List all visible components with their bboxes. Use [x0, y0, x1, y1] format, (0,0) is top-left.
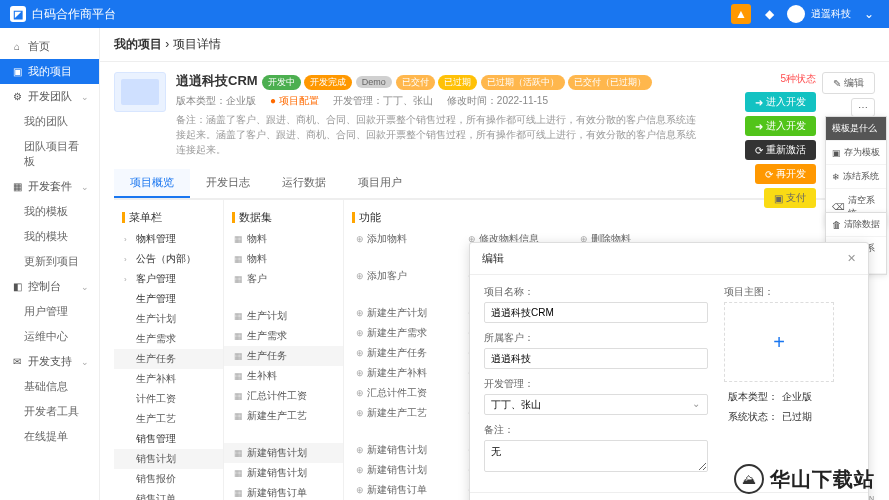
dataset-row[interactable]: ▦物料	[224, 229, 343, 249]
dataset-row[interactable]: ▦生补料	[224, 366, 343, 386]
sidebar-item[interactable]: ◧控制台⌄	[0, 274, 99, 299]
enter-use-button[interactable]: ➜进入开发	[745, 92, 816, 112]
dataset-row[interactable]: ▦生产任务	[224, 346, 343, 366]
sidebar-item[interactable]: 在线提单	[0, 424, 99, 449]
function-item[interactable]: ⊕新建销售计划	[356, 443, 436, 457]
tree-row[interactable]: 生产需求	[114, 329, 223, 349]
sidebar-item[interactable]: 团队项目看板	[0, 134, 99, 174]
dataset-row[interactable]: ▦新建销售计划	[224, 443, 343, 463]
function-item[interactable]: ⊕汇总计件工资	[356, 386, 436, 400]
tree-row[interactable]: 生产补料	[114, 369, 223, 389]
clear-data-item[interactable]: 🗑清除数据	[826, 213, 886, 237]
sidebar-item[interactable]: ⚙开发团队⌄	[0, 84, 99, 109]
col3-header: 功能	[359, 210, 381, 225]
edit-button[interactable]: ✎编辑	[822, 72, 875, 94]
status-badge: 开发中	[262, 75, 301, 90]
sidebar-item[interactable]: ✉开发支持⌄	[0, 349, 99, 374]
tree-row[interactable]: 计件工资	[114, 389, 223, 409]
pay-button[interactable]: ▣支付	[764, 188, 816, 208]
status-pill: 5种状态	[780, 72, 816, 86]
tree-row[interactable]: 销售订单	[114, 489, 223, 500]
tab[interactable]: 开发日志	[190, 169, 266, 198]
status-badge: Demo	[356, 76, 392, 88]
crumb-root[interactable]: 我的项目	[114, 37, 162, 51]
tree-row[interactable]: ›客户管理	[114, 269, 223, 289]
template-menu: 模板是什么 ▣存为模板 ❄冻结系统 ⌫清空系统	[825, 116, 887, 227]
tree-row[interactable]: ›公告（内部）	[114, 249, 223, 269]
dialog-title: 编辑	[482, 251, 504, 266]
edit-dialog: 编辑 ✕ 项目名称： 所属客户： 开发管理：丁丁、张山 备注：无 项目主图：+ …	[469, 242, 869, 500]
dropdown-icon[interactable]: ⌄	[859, 4, 879, 24]
sidebar-item[interactable]: 用户管理	[0, 299, 99, 324]
status-badge: 开发完成	[304, 75, 352, 90]
function-item[interactable]: ⊕新建生产任务	[356, 346, 436, 360]
sidebar-item[interactable]: 我的团队	[0, 109, 99, 134]
sidebar: ⌂首页▣我的项目⚙开发团队⌄我的团队团队项目看板▦开发套件⌄我的模板我的模块更新…	[0, 28, 100, 500]
remark-textarea[interactable]: 无	[484, 440, 708, 472]
enter-dev-button[interactable]: ➜进入开发	[745, 116, 816, 136]
function-item[interactable]: ⊕添加客户	[356, 269, 436, 283]
tab[interactable]: 运行数据	[266, 169, 342, 198]
function-item[interactable]: ⊕新建生产工艺	[356, 406, 436, 420]
col1-header: 菜单栏	[129, 210, 162, 225]
tree-row[interactable]: 销售报价	[114, 469, 223, 489]
sidebar-item[interactable]: ▦开发套件⌄	[0, 174, 99, 199]
tree-row[interactable]: 销售计划	[114, 449, 223, 469]
upgrade-icon[interactable]: ▲	[731, 4, 751, 24]
freeze-system-item[interactable]: ❄冻结系统	[826, 165, 886, 189]
sidebar-item[interactable]: ▣我的项目	[0, 59, 99, 84]
dataset-row[interactable]: ▦客户	[224, 269, 343, 289]
customer-input[interactable]	[484, 348, 708, 369]
function-item[interactable]: ⊕新建销售订单	[356, 483, 436, 497]
sidebar-item[interactable]: 我的模块	[0, 224, 99, 249]
upload-image[interactable]: +	[724, 302, 834, 382]
tree-row[interactable]: 生产计划	[114, 309, 223, 329]
project-name-input[interactable]	[484, 302, 708, 323]
tab[interactable]: 项目概览	[114, 169, 190, 198]
sidebar-item[interactable]: 我的模板	[0, 199, 99, 224]
tab[interactable]: 项目用户	[342, 169, 418, 198]
status-badge: 已交付（已过期）	[568, 75, 652, 90]
sidebar-item[interactable]: 运维中心	[0, 324, 99, 349]
company-name[interactable]: 逍遥科技	[811, 7, 851, 21]
tree-row[interactable]: 生产任务	[114, 349, 223, 369]
tree-row[interactable]: 生产管理	[114, 289, 223, 309]
dataset-row[interactable]: ▦物料	[224, 249, 343, 269]
dataset-row[interactable]	[224, 289, 343, 306]
dataset-row[interactable]: ▦新建生产工艺	[224, 406, 343, 426]
reactivate-button[interactable]: ⟳重新激活	[745, 140, 816, 160]
tree-row[interactable]: 生产工艺	[114, 409, 223, 429]
save-template-item[interactable]: ▣存为模板	[826, 141, 886, 165]
dev-select[interactable]: 丁丁、张山	[484, 394, 708, 415]
avatar[interactable]	[787, 5, 805, 23]
topbar: ◪ 白码合作商平台 ▲ ◆ 逍遥科技 ⌄	[0, 0, 889, 28]
project-header: 逍逍科技CRM 开发中 开发完成 Demo 已交付 已过期 已过期（活跃中） 已…	[114, 72, 875, 157]
dataset-row[interactable]: ▦生产计划	[224, 306, 343, 326]
function-item[interactable]: ⊕新建销售计划	[356, 463, 436, 477]
dataset-row[interactable]	[224, 426, 343, 443]
function-item[interactable]: ⊕新建生产补料	[356, 366, 436, 380]
redev-button[interactable]: ⟳再开发	[755, 164, 816, 184]
dataset-row[interactable]: ▦新建销售计划	[224, 463, 343, 483]
function-item[interactable]: ⊕新建生产需求	[356, 326, 436, 340]
project-config-link[interactable]: ● 项目配置	[270, 94, 319, 108]
tree-row[interactable]: 销售管理	[114, 429, 223, 449]
dataset-row[interactable]: ▦生产需求	[224, 326, 343, 346]
notification-icon[interactable]: ◆	[759, 4, 779, 24]
sidebar-item[interactable]: ⌂首页	[0, 34, 99, 59]
col2-header: 数据集	[239, 210, 272, 225]
sidebar-item[interactable]: 基础信息	[0, 374, 99, 399]
more-button[interactable]: ⋯	[851, 98, 875, 117]
dataset-row[interactable]: ▦新建销售订单	[224, 483, 343, 500]
function-item[interactable]: ⊕新建生产计划	[356, 306, 436, 320]
sidebar-item[interactable]: 开发者工具	[0, 399, 99, 424]
sidebar-item[interactable]: 更新到项目	[0, 249, 99, 274]
tree-row[interactable]: ›物料管理	[114, 229, 223, 249]
logo-icon: ◪	[10, 6, 26, 22]
close-icon[interactable]: ✕	[847, 252, 856, 265]
crumb-current: 项目详情	[173, 37, 221, 51]
function-item[interactable]: ⊕添加物料	[356, 232, 436, 246]
breadcrumb: 我的项目 › 项目详情	[100, 28, 889, 62]
dataset-row[interactable]: ▦汇总计件工资	[224, 386, 343, 406]
watermark-logo-icon: ⛰	[734, 464, 764, 494]
